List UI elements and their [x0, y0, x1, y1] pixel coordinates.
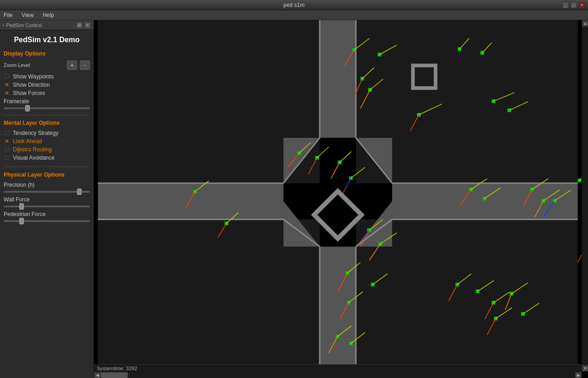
tendency-strategy-checkbox[interactable]: ☐ [4, 130, 10, 136]
framerate-slider[interactable] [4, 107, 90, 109]
wall-force-label: Wall Force [4, 196, 90, 203]
physical-layer-section: Physical Layer Options Precision (h) Wal… [4, 172, 90, 222]
show-waypoints-label: Show Waypoints [13, 73, 54, 80]
zoom-plus-button[interactable]: + [67, 61, 77, 70]
main-layout: ▪ PedSim Control ⊞ ✕ PedSim v2.1 Demo Di… [0, 20, 588, 378]
scroll-track-vertical[interactable] [582, 27, 588, 365]
close-button[interactable]: ✕ [579, 2, 585, 8]
mental-layer-title: Mental Layer Options [4, 120, 90, 126]
svg-rect-1 [320, 20, 356, 138]
show-forces-label: Show Forces [13, 90, 45, 96]
titlebar: ped s1m _ □ ✕ [0, 0, 588, 10]
scroll-right-button[interactable]: ▶ [575, 372, 582, 378]
visual-avoidance-row: ☐ Visual Avoidance [4, 155, 90, 161]
svg-rect-106 [521, 312, 525, 316]
show-forces-row: ✕ Show Forces [4, 90, 90, 96]
panel-content: PedSim v2.1 Demo Display Options Zoom Le… [0, 30, 94, 378]
simulation-canvas [94, 20, 582, 364]
dijkstra-routing-row: ☐ Dijkstra Routing [4, 146, 90, 153]
divider-1 [4, 115, 90, 115]
minimize-button[interactable]: _ [562, 2, 569, 8]
dijkstra-routing-label: Dijkstra Routing [13, 146, 52, 153]
display-options-section: Display Options Zoom Level + - ☐ Show Wa… [4, 50, 90, 109]
panel-header: ▪ PedSim Control ⊞ ✕ [0, 20, 94, 30]
look-ahead-row: ✕ Look Ahead [4, 138, 90, 145]
menu-view[interactable]: View [20, 11, 35, 19]
scroll-left-button[interactable]: ◀ [94, 372, 100, 378]
mental-layer-section: Mental Layer Options ☐ Tendency Strategy… [4, 120, 90, 161]
vertical-scrollbar[interactable]: ▲ ▼ [582, 20, 588, 372]
zoom-row: Zoom Level + - [4, 61, 90, 70]
scroll-up-button[interactable]: ▲ [582, 20, 588, 27]
tendency-strategy-row: ☐ Tendency Strategy [4, 130, 90, 136]
menu-help[interactable]: Help [41, 11, 56, 19]
scroll-track-horizontal[interactable] [100, 372, 575, 378]
window-title: ped s1m [283, 2, 305, 8]
look-ahead-label: Look Ahead [13, 138, 42, 145]
precision-label: Precision (h) [4, 182, 90, 188]
window-controls: _ □ ✕ [562, 2, 585, 8]
framerate-label: Framerate [4, 98, 90, 105]
physical-layer-title: Physical Layer Options [4, 172, 90, 178]
show-direction-row: ✕ Show Direction [4, 82, 90, 88]
scroll-down-button[interactable]: ▼ [582, 365, 588, 372]
svg-rect-2 [320, 246, 356, 364]
pedestrian-force-label: Pedestrian Force [4, 211, 90, 217]
menu-file[interactable]: File [2, 11, 14, 19]
show-waypoints-checkbox[interactable]: ☐ [4, 73, 10, 80]
statusbar-text: Systemtime: 3292 [97, 366, 137, 371]
show-direction-checkbox[interactable]: ✕ [4, 82, 10, 88]
show-waypoints-row: ☐ Show Waypoints [4, 73, 90, 80]
show-direction-label: Show Direction [13, 82, 50, 88]
show-forces-checkbox[interactable]: ✕ [4, 90, 10, 96]
statusbar: Systemtime: 3292 [94, 364, 582, 372]
panel-close-button[interactable]: ✕ [84, 22, 91, 28]
visual-avoidance-label: Visual Avoidance [13, 155, 55, 161]
tendency-strategy-label: Tendency Strategy [13, 130, 58, 136]
zoom-minus-button[interactable]: - [80, 61, 90, 70]
visual-avoidance-checkbox[interactable]: ☐ [4, 155, 10, 161]
precision-slider[interactable] [4, 191, 90, 193]
divider-2 [4, 167, 90, 167]
scroll-thumb-horizontal[interactable] [100, 372, 128, 378]
svg-rect-32 [377, 53, 381, 56]
svg-line-115 [578, 246, 582, 262]
display-options-title: Display Options [4, 50, 90, 57]
control-panel: ▪ PedSim Control ⊞ ✕ PedSim v2.1 Demo Di… [0, 20, 94, 378]
app-title: PedSim v2.1 Demo [4, 36, 90, 44]
panel-header-title: PedSim Control [6, 22, 74, 28]
panel-float-button[interactable]: ⊞ [76, 22, 83, 28]
simulation-viewport[interactable]: ▲ ▼ ◀ ▶ Systemtime: 3292 [94, 20, 588, 378]
pedestrian-force-slider[interactable] [4, 220, 90, 222]
maximize-button[interactable]: □ [571, 2, 577, 8]
horizontal-scrollbar[interactable]: ◀ ▶ [94, 372, 582, 378]
menubar: File View Help [0, 10, 588, 20]
wall-force-slider[interactable] [4, 206, 90, 207]
dijkstra-routing-checkbox[interactable]: ☐ [4, 146, 10, 153]
look-ahead-checkbox[interactable]: ✕ [4, 138, 10, 145]
zoom-label: Zoom Level [4, 62, 64, 68]
